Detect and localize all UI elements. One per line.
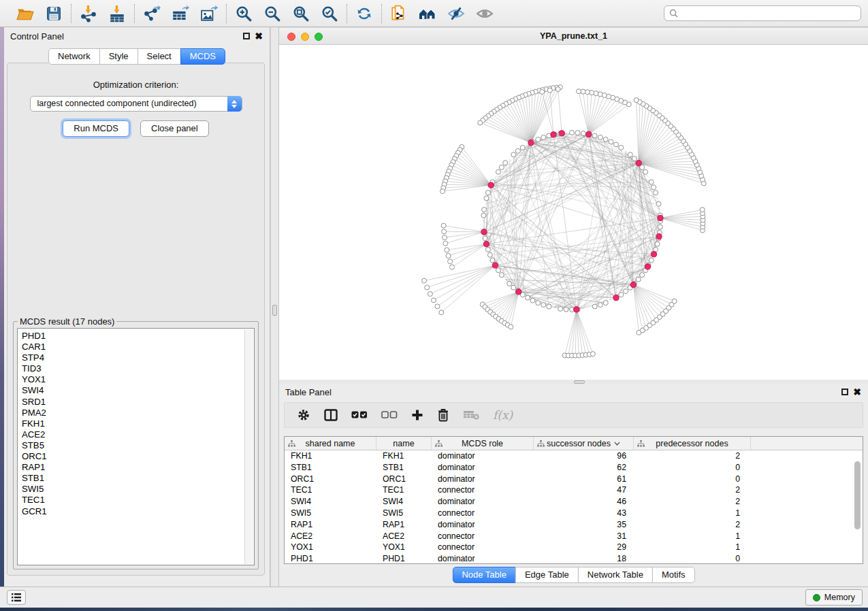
table-cell: 1 bbox=[634, 542, 751, 553]
select-all-columns-button[interactable] bbox=[351, 411, 368, 419]
open-session-button[interactable] bbox=[16, 4, 35, 23]
zoom-in-button[interactable] bbox=[234, 4, 253, 23]
table-cell: STB1 bbox=[376, 462, 432, 474]
table-row[interactable]: STB1STB1dominator620 bbox=[285, 462, 863, 474]
table-row[interactable]: PHD1PHD1dominator180 bbox=[285, 553, 863, 564]
mcds-result-item[interactable]: PMA2 bbox=[22, 408, 254, 418]
table-cell: 31 bbox=[534, 531, 634, 542]
mcds-result-group: MCDS result (17 nodes) PHD1CAR1STP4TID3Y… bbox=[13, 316, 259, 569]
add-column-button[interactable] bbox=[411, 409, 423, 421]
table-cell: YOX1 bbox=[285, 542, 376, 553]
houses-icon bbox=[418, 5, 437, 22]
table-row[interactable]: ACE2ACE2connector311 bbox=[285, 531, 863, 542]
mcds-result-item[interactable]: TEC1 bbox=[22, 495, 254, 506]
delete-column-button[interactable] bbox=[437, 408, 449, 422]
close-panel-icon[interactable]: ✖ bbox=[255, 33, 263, 39]
control-panel-title: Control Panel bbox=[4, 31, 64, 42]
zoom-fit-button[interactable] bbox=[291, 4, 310, 23]
tab-network[interactable]: Network bbox=[48, 48, 100, 65]
mcds-result-item[interactable]: SWI4 bbox=[22, 385, 254, 396]
export-image-button[interactable] bbox=[199, 4, 219, 23]
tab-edge-table[interactable]: Edge Table bbox=[515, 567, 579, 583]
mcds-result-item[interactable]: FKH1 bbox=[22, 418, 254, 429]
table-row[interactable]: SWI5SWI5connector431 bbox=[285, 508, 863, 519]
tab-motifs[interactable]: Motifs bbox=[652, 567, 695, 583]
optimization-criterion-select[interactable]: largest connected component (undirected) bbox=[30, 96, 242, 112]
memory-button[interactable]: Memory bbox=[805, 589, 863, 606]
close-panel-button[interactable]: Close panel bbox=[140, 120, 209, 137]
refresh-layout-button[interactable] bbox=[355, 4, 374, 23]
tab-node-table[interactable]: Node Table bbox=[452, 567, 516, 583]
mcds-result-item[interactable]: STB5 bbox=[22, 440, 254, 451]
attribute-tree-icon bbox=[288, 440, 295, 447]
table-cell: 2 bbox=[634, 484, 751, 496]
main-toolbar bbox=[0, 0, 868, 27]
column-header-predecessor-nodes[interactable]: predecessor nodes bbox=[634, 437, 751, 450]
table-row[interactable]: TEC1TEC1connector472 bbox=[285, 484, 863, 496]
table-scrollbar-thumb[interactable] bbox=[854, 461, 861, 529]
table-row[interactable]: SWI4SWI4dominator462 bbox=[285, 496, 863, 508]
export-table-button[interactable] bbox=[171, 4, 190, 23]
column-header-successor-nodes[interactable]: successor nodes bbox=[534, 437, 634, 450]
column-header-shared-name[interactable]: shared name bbox=[285, 437, 376, 450]
import-table-button[interactable] bbox=[108, 4, 127, 23]
attribute-tree-icon bbox=[637, 440, 645, 447]
import-network-icon bbox=[80, 5, 97, 22]
table-cell: YOX1 bbox=[376, 542, 432, 553]
horizontal-splitter-handle[interactable] bbox=[574, 380, 585, 384]
run-mcds-button[interactable]: Run MCDS bbox=[63, 120, 129, 137]
network-canvas[interactable] bbox=[279, 45, 868, 380]
hide-selected-button[interactable] bbox=[447, 4, 466, 23]
share-network-button[interactable] bbox=[389, 4, 408, 23]
mcds-result-item[interactable]: CAR1 bbox=[22, 342, 254, 352]
delete-table-button bbox=[463, 410, 479, 420]
mcds-result-list[interactable]: PHD1CAR1STP4TID3YOX1SWI4SRD1PMA2FKH1ACE2… bbox=[17, 328, 255, 565]
zoom-selected-button[interactable] bbox=[320, 4, 339, 23]
column-header-name[interactable]: name bbox=[376, 437, 432, 450]
tab-network-table[interactable]: Network Table bbox=[578, 567, 653, 583]
table-row[interactable]: RAP1RAP1dominator352 bbox=[285, 519, 863, 531]
mcds-result-item[interactable]: TID3 bbox=[22, 363, 254, 374]
split-view-button[interactable] bbox=[324, 409, 338, 421]
table-cell bbox=[751, 474, 863, 485]
show-all-button[interactable] bbox=[475, 4, 494, 23]
table-cell: dominator bbox=[432, 450, 534, 462]
zoom-out-button[interactable] bbox=[263, 4, 282, 23]
optimization-criterion-value: largest connected component (undirected) bbox=[37, 99, 197, 108]
mcds-result-item[interactable]: STB1 bbox=[22, 473, 254, 484]
network-graph bbox=[279, 45, 868, 380]
mcds-result-item[interactable]: ORC1 bbox=[22, 451, 254, 462]
tab-style[interactable]: Style bbox=[99, 48, 138, 65]
mcds-result-item[interactable]: ACE2 bbox=[22, 429, 254, 440]
table-row[interactable]: YOX1YOX1connector291 bbox=[285, 542, 863, 553]
first-neighbors-button[interactable] bbox=[418, 4, 437, 23]
unselect-all-columns-button[interactable] bbox=[381, 411, 398, 419]
float-panel-icon[interactable] bbox=[243, 33, 250, 39]
mcds-result-item[interactable]: PHD1 bbox=[22, 331, 254, 342]
table-cell: ACE2 bbox=[376, 531, 432, 542]
vertical-splitter-handle[interactable] bbox=[272, 305, 277, 316]
close-panel-icon[interactable]: ✖ bbox=[853, 389, 861, 395]
table-cell: FKH1 bbox=[376, 450, 432, 462]
mcds-result-item[interactable]: GCR1 bbox=[22, 506, 254, 517]
table-row[interactable]: FKH1FKH1dominator962 bbox=[285, 450, 863, 462]
mcds-result-item[interactable]: SWI5 bbox=[22, 484, 254, 495]
mcds-result-item[interactable]: STP4 bbox=[22, 352, 254, 363]
mcds-result-item[interactable]: YOX1 bbox=[22, 374, 254, 385]
settings-gear-button[interactable] bbox=[297, 408, 310, 422]
float-panel-icon[interactable] bbox=[841, 389, 848, 395]
mcds-result-item[interactable]: SRD1 bbox=[22, 397, 254, 408]
table-row[interactable]: ORC1ORC1dominator610 bbox=[285, 474, 863, 485]
zoom-out-icon bbox=[263, 5, 281, 22]
task-history-button[interactable] bbox=[7, 590, 26, 605]
column-header-MCDS-role[interactable]: MCDS role bbox=[432, 437, 534, 450]
import-network-button[interactable] bbox=[79, 4, 98, 23]
tab-select[interactable]: Select bbox=[138, 48, 181, 65]
list-scrollbar[interactable] bbox=[244, 329, 253, 564]
export-network-button[interactable] bbox=[142, 4, 161, 23]
optimization-criterion-label: Optimization criterion: bbox=[7, 80, 264, 90]
tab-mcds[interactable]: MCDS bbox=[180, 48, 225, 65]
save-session-button[interactable] bbox=[44, 4, 63, 23]
mcds-result-item[interactable]: RAP1 bbox=[22, 462, 254, 473]
search-input[interactable] bbox=[681, 9, 856, 18]
